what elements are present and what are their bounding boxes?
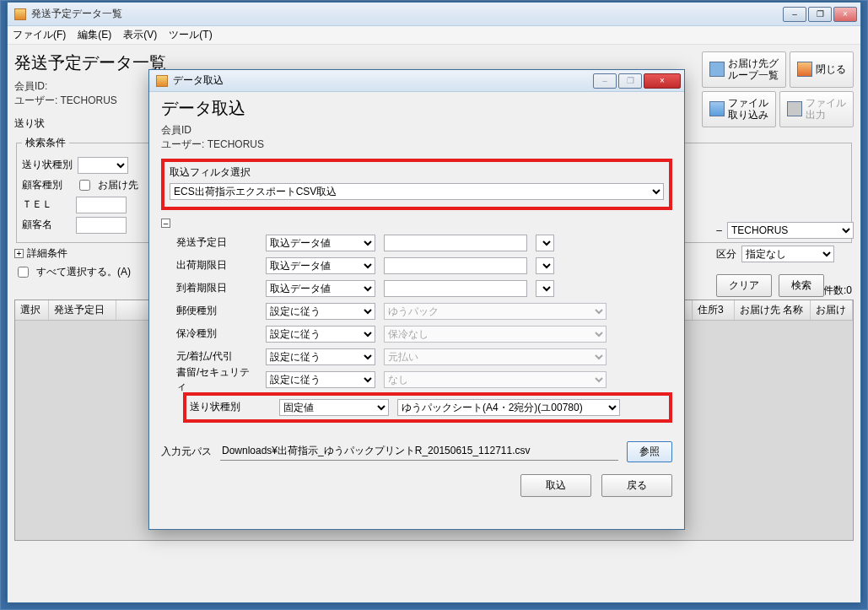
row-payment-select[interactable]: 設定に従う [266, 348, 375, 365]
dialog-minimize-button[interactable]: – [593, 73, 617, 89]
row-shiplimit-label: 出荷期限日 [176, 258, 257, 273]
file-import-button[interactable]: ファイル 取り込み [702, 91, 776, 127]
filter-block-highlight: 取込フィルタ選択 ECS出荷指示エクスポートCSV取込 [161, 159, 672, 210]
row-arrivelimit-label: 到着期限日 [176, 281, 257, 295]
dialog-user-label: ユーザー: [161, 138, 204, 150]
tel-label: ＴＥＬ [22, 197, 71, 212]
collapse-button[interactable]: – [161, 219, 170, 228]
kubun-label: 区分 [716, 247, 736, 262]
grid-col-dest[interactable]: お届け [811, 300, 853, 320]
row-arrivelimit-extsel[interactable] [536, 280, 554, 297]
menu-edit[interactable]: 編集(E) [78, 28, 111, 42]
minimize-button[interactable]: – [783, 7, 806, 22]
select-all-checkbox[interactable] [18, 267, 29, 278]
close-app-button[interactable]: 閉じる [790, 51, 854, 88]
search-legend: 検索条件 [22, 136, 69, 150]
row-cooltype-value: 保冷なし [384, 326, 607, 343]
customer-name-label: 顧客名 [22, 218, 71, 232]
row-okurijo-select[interactable]: 固定値 [279, 399, 389, 416]
grid-col-addr3[interactable]: 住所3 [693, 300, 735, 320]
row-payment-value: 元払い [384, 348, 607, 365]
row-shiplimit-extsel[interactable] [536, 257, 554, 274]
clear-button[interactable]: クリア [716, 274, 772, 297]
customer-type-label: 顧客種別 [22, 178, 71, 192]
row-shiplimit-input[interactable] [384, 257, 527, 274]
row-shipdate-input[interactable] [384, 235, 527, 251]
tel-input[interactable] [76, 197, 127, 213]
import-dialog: データ取込 – ❐ × データ取込 会員ID ユーザー: TECHORUS 取込… [148, 69, 685, 530]
row-posttype-label: 郵便種別 [176, 304, 257, 318]
kubun-select[interactable]: 指定なし [741, 246, 834, 262]
right-search: – TECHORUS 区分 指定なし クリア 検索 [716, 222, 854, 297]
otodokesaki-checkbox-label: お届け先 [98, 178, 138, 192]
group-list-icon [709, 62, 725, 77]
otodokesaki-checkbox[interactable] [79, 180, 90, 191]
grid-col-select[interactable]: 選択 [15, 300, 49, 320]
main-window-title: 発送予定データ一覧 [31, 7, 783, 21]
dialog-user-value: TECHORUS [208, 138, 264, 150]
file-export-button[interactable]: ファイル 出力 [779, 91, 854, 127]
dialog-title: データ取込 [173, 73, 593, 88]
dialog-titlebar: データ取込 – ❐ × [149, 70, 684, 92]
menu-view[interactable]: 表示(V) [123, 28, 157, 42]
path-value: Downloads¥出荷指示_ゆうパックプリントR_20150615_11271… [220, 442, 618, 461]
filter-label: 取込フィルタ選択 [170, 165, 664, 180]
user-value: TECHORUS [60, 94, 116, 106]
dash-label: – [716, 224, 722, 236]
row-security-label: 書留/セキュリティ [176, 365, 257, 394]
row-security-value: なし [384, 371, 607, 388]
row-posttype-value: ゆうパック [384, 303, 607, 320]
menu-file[interactable]: ファイル(F) [13, 28, 66, 42]
detail-conditions-label: 詳細条件 [27, 246, 67, 261]
row-payment-label: 元/着払/代引 [176, 349, 257, 364]
row-arrivelimit-select[interactable]: 取込データ値 [266, 280, 375, 297]
toolbar-right: お届け先グ ループ一覧 閉じる ファイル 取り込み ファイル 出力 [702, 51, 854, 127]
dialog-maximize-button[interactable]: ❐ [618, 73, 642, 89]
dialog-footer: 取込 戻る [161, 474, 672, 497]
import-button[interactable]: 取込 [520, 474, 591, 497]
close-button[interactable]: × [833, 7, 857, 22]
techorus-select[interactable]: TECHORUS [727, 222, 854, 239]
menu-tool[interactable]: ツール(T) [169, 28, 212, 42]
okurijo-type-label: 送り状種別 [22, 158, 73, 172]
expand-detail-button[interactable]: + [14, 249, 24, 258]
filter-select[interactable]: ECS出荷指示エクスポートCSV取込 [170, 183, 664, 200]
app-icon [14, 8, 26, 20]
file-import-icon [709, 101, 725, 116]
file-export-icon [787, 101, 802, 116]
main-titlebar: 発送予定データ一覧 – ❐ × [8, 3, 860, 26]
row-shipdate-select[interactable]: 取込データ値 [266, 235, 375, 251]
customer-name-input[interactable] [76, 217, 127, 234]
grid-col-destname[interactable]: お届け先 名称 [735, 300, 811, 320]
path-row: 入力元パス Downloads¥出荷指示_ゆうパックプリントR_20150615… [161, 441, 672, 462]
row-shipdate-extsel[interactable] [536, 235, 554, 251]
config-rows: 発送予定日 取込データ値 出荷期限日 取込データ値 到着期限日 取込データ値 郵… [176, 233, 672, 423]
dialog-heading: データ取込 [161, 97, 672, 120]
row-security-select[interactable]: 設定に従う [266, 371, 375, 388]
row-arrivelimit-input[interactable] [384, 280, 527, 297]
dialog-body: データ取込 会員ID ユーザー: TECHORUS 取込フィルタ選択 ECS出荷… [149, 92, 684, 507]
row-shiplimit-select[interactable]: 取込データ値 [266, 257, 375, 274]
dialog-close-button[interactable]: × [644, 73, 681, 89]
search-button[interactable]: 検索 [779, 274, 824, 297]
row-cooltype-select[interactable]: 設定に従う [266, 326, 375, 343]
browse-button[interactable]: 参照 [627, 441, 672, 462]
menu-bar: ファイル(F) 編集(E) 表示(V) ツール(T) [8, 26, 860, 45]
okurijo-type-select[interactable] [78, 157, 128, 174]
user-label: ユーザー: [14, 94, 57, 108]
group-list-button[interactable]: お届け先グ ループ一覧 [702, 51, 786, 88]
path-label: 入力元パス [161, 445, 212, 459]
grid-col-shipdate[interactable]: 発送予定日 [49, 300, 116, 320]
row-okurijo-label: 送り状種別 [190, 400, 271, 414]
row-shipdate-label: 発送予定日 [176, 235, 257, 250]
maximize-button[interactable]: ❐ [808, 7, 832, 22]
row-okurijo-value[interactable]: ゆうパックシート(A4・2宛分)(ユ00780) [397, 399, 620, 416]
dialog-icon [156, 75, 168, 87]
account-id-label: 会員ID: [14, 79, 47, 94]
dialog-account-id-label: 会員ID [161, 124, 191, 136]
row-cooltype-label: 保冷種別 [176, 327, 257, 341]
row-posttype-select[interactable]: 設定に従う [266, 303, 375, 320]
close-icon [797, 62, 812, 77]
okurijo-row-highlight: 送り状種別 固定値 ゆうパックシート(A4・2宛分)(ユ00780) [183, 392, 672, 423]
back-button[interactable]: 戻る [601, 474, 672, 497]
